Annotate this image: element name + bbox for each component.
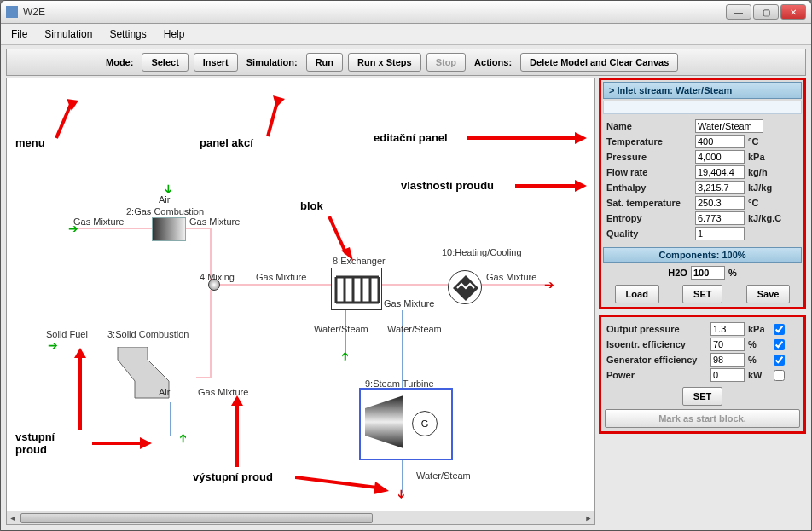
annotation-vlastnosti-proudu: vlastnosti proudu [401, 179, 494, 192]
select-button[interactable]: Select [142, 53, 188, 72]
canvas-container: ➔ ➔ ➔ ➔ ➔ ➔ ➔ [6, 78, 595, 525]
simulation-label: Simulation: [243, 57, 301, 67]
label-gas-mixture: Gas Mixture [384, 298, 434, 309]
inlet-arrow-icon: ➔ [338, 351, 351, 361]
block-heating-cooling[interactable] [448, 270, 482, 304]
output-pressure-label: Output pressure [606, 324, 707, 334]
isoentr-eff-unit: % [748, 339, 770, 349]
h2o-label: H2O [668, 268, 687, 278]
gen-eff-checkbox[interactable] [774, 355, 785, 366]
block-steam-turbine[interactable] [365, 395, 412, 451]
sat-temp-unit: °C [748, 198, 779, 208]
stream-sub-header [603, 101, 802, 114]
set-block-button[interactable]: SET [682, 387, 722, 406]
scroll-thumb[interactable] [20, 513, 373, 523]
properties-sidebar: > Inlet stream: Water/Steam Name Water/S… [599, 78, 806, 525]
inlet-arrow-icon: ➔ [176, 433, 189, 443]
svg-line-10 [329, 216, 346, 254]
run-button[interactable]: Run [306, 53, 343, 72]
scroll-right-icon[interactable]: ► [583, 512, 594, 524]
outlet-arrow-icon: ➔ [395, 489, 409, 499]
set-stream-button[interactable]: SET [682, 285, 722, 303]
sat-temp-input[interactable]: 250.3 [695, 196, 745, 210]
name-input[interactable]: Water/Steam [695, 119, 763, 133]
quality-label: Quality [606, 228, 692, 239]
gen-eff-input[interactable]: 98 [710, 353, 745, 367]
stop-button[interactable]: Stop [426, 53, 466, 72]
label-mixing: 4:Mixing [200, 272, 235, 282]
svg-line-2 [56, 102, 72, 138]
temperature-label: Temperature [606, 136, 692, 147]
enthalpy-label: Enthalpy [606, 182, 692, 193]
scroll-left-icon[interactable]: ◄ [7, 512, 19, 524]
label-steam-turbine: 9:Steam Turbine [365, 378, 434, 389]
h2o-unit: % [728, 268, 737, 278]
load-button[interactable]: Load [615, 285, 659, 303]
label-water-steam: Water/Steam [387, 324, 442, 334]
model-canvas[interactable]: ➔ ➔ ➔ ➔ ➔ ➔ ➔ [6, 78, 595, 511]
label-air: Air [159, 387, 170, 397]
block-properties-panel: Output pressure 1.3 kPa Isoentr. efficie… [599, 315, 806, 434]
label-solid-fuel: Solid Fuel [46, 329, 88, 339]
label-water-steam: Water/Steam [416, 470, 471, 481]
label-gas-mixture: Gas Mixture [256, 272, 306, 282]
block-exchanger[interactable] [331, 268, 382, 310]
svg-marker-13 [74, 348, 86, 358]
menubar: File Simulation Settings Help [1, 24, 811, 45]
entropy-input[interactable]: 6.773 [695, 211, 745, 225]
output-pressure-unit: kPa [748, 324, 770, 334]
save-button[interactable]: Save [746, 285, 791, 303]
menu-file[interactable]: File [4, 26, 34, 42]
inlet-arrow-icon: ➔ [48, 338, 58, 352]
mark-start-block-button[interactable]: Mark as start block. [605, 409, 800, 428]
power-checkbox[interactable] [774, 370, 785, 381]
h2o-input[interactable]: 100 [691, 266, 725, 280]
label-water-steam: Water/Steam [314, 324, 368, 334]
block-solid-combustion[interactable] [109, 347, 194, 407]
delete-model-button[interactable]: Delete Model and Clear Canvas [520, 53, 678, 72]
svg-marker-19 [374, 482, 389, 494]
actions-label: Actions: [471, 57, 515, 67]
label-gas-mixture: Gas Mixture [73, 216, 124, 227]
horizontal-scrollbar[interactable]: ◄ ► [6, 511, 595, 525]
annotation-menu: menu [15, 136, 45, 149]
run-x-steps-button[interactable]: Run x Steps [348, 53, 421, 72]
flowrate-input[interactable]: 19,404.4 [695, 165, 745, 179]
pressure-unit: kPa [748, 152, 779, 162]
menu-simulation[interactable]: Simulation [38, 26, 99, 42]
menu-settings[interactable]: Settings [102, 26, 153, 42]
label-gas-mixture: Gas Mixture [486, 272, 536, 282]
gen-eff-unit: % [748, 355, 770, 365]
annotation-vstupni-proud: vstupní proud [15, 430, 55, 456]
isoentr-eff-input[interactable]: 70 [710, 338, 745, 351]
power-label: Power [606, 370, 707, 380]
maximize-button[interactable]: ▢ [753, 4, 779, 20]
power-input[interactable]: 0 [710, 368, 745, 382]
svg-line-18 [295, 477, 377, 488]
pressure-input[interactable]: 4,000 [695, 150, 745, 164]
window-title: W2E [23, 6, 726, 18]
app-icon [6, 6, 18, 18]
outlet-arrow-icon: ➔ [544, 278, 554, 291]
block-gas-combustion[interactable] [152, 217, 186, 241]
isoentr-eff-checkbox[interactable] [774, 339, 785, 350]
flowrate-unit: kg/h [748, 167, 779, 177]
output-pressure-input[interactable]: 1.3 [710, 322, 745, 336]
output-pressure-checkbox[interactable] [774, 324, 785, 335]
entropy-label: Entropy [606, 213, 692, 223]
toolbar: Mode: Select Insert Simulation: Run Run … [6, 49, 806, 76]
flowrate-label: Flow rate [606, 167, 692, 177]
menu-help[interactable]: Help [157, 26, 192, 42]
close-button[interactable]: ✕ [780, 4, 806, 20]
quality-input[interactable]: 1 [695, 227, 745, 240]
insert-button[interactable]: Insert [194, 53, 238, 72]
enthalpy-input[interactable]: 3,215.7 [695, 181, 745, 194]
entropy-unit: kJ/kg.C [748, 213, 779, 223]
minimize-button[interactable]: — [726, 4, 751, 20]
temperature-input[interactable]: 400 [695, 135, 745, 148]
stream-properties-panel: > Inlet stream: Water/Steam Name Water/S… [599, 78, 806, 309]
svg-marker-7 [575, 132, 587, 144]
power-unit: kW [748, 370, 770, 380]
label-gas-mixture: Gas Mixture [189, 216, 240, 227]
generator-icon: G [412, 411, 438, 436]
